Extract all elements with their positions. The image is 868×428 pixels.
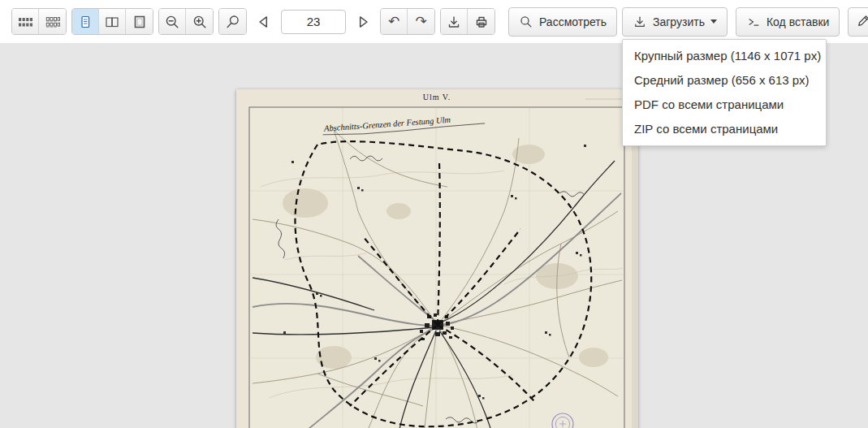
zoom-in-icon bbox=[192, 14, 208, 30]
map-page[interactable]: Abschnitts-Grenzen der Festung Ulm Ulm V… bbox=[236, 89, 638, 428]
edit-button[interactable] bbox=[848, 7, 868, 37]
rotate-ccw-button[interactable]: ↶ bbox=[381, 9, 408, 34]
rotate-cw-icon: ↷ bbox=[415, 15, 426, 28]
single-page-view-icon bbox=[77, 14, 93, 30]
search-icon bbox=[519, 15, 533, 29]
map-title: Ulm V. bbox=[423, 93, 451, 102]
rotate-ccw-icon: ↶ bbox=[388, 15, 399, 28]
zoom-in-button[interactable] bbox=[186, 9, 213, 34]
download-option-zip[interactable]: ZIP со всеми страницами bbox=[623, 117, 826, 141]
pencil-icon bbox=[855, 14, 868, 29]
download-label: Загрузить bbox=[653, 15, 705, 28]
loupe-icon bbox=[225, 14, 241, 30]
download-dropdown: Загрузить Крупный размер (1146 x 1071 px… bbox=[622, 7, 728, 37]
embed-code-label: Код вставки bbox=[767, 15, 829, 28]
prev-page-button[interactable] bbox=[252, 9, 276, 34]
rotate-group: ↶ ↷ bbox=[380, 8, 435, 35]
print-button[interactable] bbox=[468, 9, 494, 34]
download-icon bbox=[633, 15, 647, 29]
next-page-icon bbox=[354, 13, 372, 31]
download-icon bbox=[446, 14, 462, 30]
fit-page-icon bbox=[132, 14, 148, 30]
prev-page-icon bbox=[255, 13, 273, 31]
rotate-cw-button[interactable]: ↷ bbox=[408, 9, 434, 34]
caret-down-icon bbox=[710, 19, 717, 24]
single-page-view-button[interactable] bbox=[72, 9, 99, 34]
download-button[interactable]: Загрузить bbox=[622, 7, 728, 37]
loupe-group bbox=[218, 8, 247, 35]
toolbar: ↶ ↷ Рассмотреть bbox=[0, 0, 868, 43]
download-option-pdf[interactable]: PDF со всеми страницами bbox=[623, 93, 826, 117]
fit-page-button[interactable] bbox=[126, 9, 153, 34]
download-option-medium[interactable]: Средний размер (656 x 613 px) bbox=[623, 68, 826, 93]
book-view-icon bbox=[104, 14, 120, 30]
code-icon bbox=[746, 15, 761, 29]
download-page-button[interactable] bbox=[441, 9, 468, 34]
download-menu: Крупный размер (1146 x 1071 px) Средний … bbox=[622, 39, 827, 146]
next-page-button[interactable] bbox=[351, 9, 375, 34]
book-view-button[interactable] bbox=[99, 9, 126, 34]
output-group bbox=[440, 8, 495, 35]
page-number-input[interactable] bbox=[281, 10, 346, 34]
page-view-group bbox=[71, 8, 153, 35]
zoom-group bbox=[158, 8, 214, 35]
thumbnail-view-group bbox=[11, 8, 67, 35]
print-icon bbox=[473, 14, 490, 30]
embed-code-button[interactable]: Код вставки bbox=[736, 7, 840, 37]
thumbnails-grid-icon bbox=[17, 14, 33, 30]
zoom-out-icon bbox=[164, 14, 180, 30]
thumbnails-captions-icon bbox=[45, 14, 61, 30]
loupe-button[interactable] bbox=[219, 9, 246, 34]
zoom-out-button[interactable] bbox=[159, 9, 186, 34]
thumbnails-captions-button[interactable] bbox=[39, 9, 66, 34]
examine-button[interactable]: Рассмотреть bbox=[508, 7, 617, 37]
download-option-large[interactable]: Крупный размер (1146 x 1071 px) bbox=[623, 44, 826, 68]
thumbnails-grid-button[interactable] bbox=[12, 9, 39, 34]
map-image: Abschnitts-Grenzen der Festung Ulm Ulm V… bbox=[236, 89, 638, 428]
examine-label: Рассмотреть bbox=[539, 15, 607, 28]
